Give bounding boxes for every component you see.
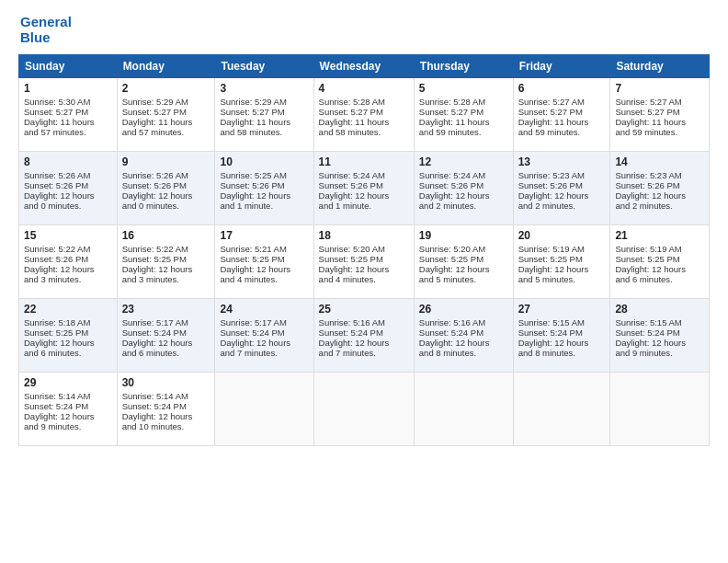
calendar-cell: 15Sunrise: 5:22 AMSunset: 5:26 PMDayligh… (19, 225, 118, 299)
day-info: Daylight: 12 hours (24, 264, 112, 274)
day-info: and 6 minutes. (615, 274, 704, 284)
day-info: Daylight: 12 hours (220, 190, 308, 201)
day-info: Sunset: 5:26 PM (24, 254, 112, 264)
day-info: Sunset: 5:27 PM (220, 107, 308, 117)
calendar-cell: 21Sunrise: 5:19 AMSunset: 5:25 PMDayligh… (610, 225, 710, 299)
day-info: Sunrise: 5:14 AM (122, 391, 210, 401)
day-number: 11 (319, 155, 409, 168)
day-info: Sunrise: 5:15 AM (615, 317, 704, 327)
col-header-wednesday: Wednesday (313, 55, 414, 78)
day-number: 21 (615, 229, 704, 242)
day-info: and 8 minutes. (419, 348, 508, 358)
col-header-friday: Friday (513, 55, 610, 78)
day-info: and 59 minutes. (419, 127, 508, 137)
day-info: Daylight: 12 hours (319, 264, 409, 274)
header: General Blue GeneralBlue (18, 15, 710, 45)
day-info: Sunset: 5:24 PM (319, 327, 409, 338)
calendar-header-row: SundayMondayTuesdayWednesdayThursdayFrid… (19, 55, 710, 78)
day-info: Sunrise: 5:16 AM (419, 317, 508, 327)
day-info: Daylight: 12 hours (220, 264, 308, 274)
day-number: 20 (518, 229, 606, 242)
calendar-cell: 3Sunrise: 5:29 AMSunset: 5:27 PMDaylight… (215, 78, 313, 152)
day-info: and 6 minutes. (24, 348, 112, 358)
calendar-cell: 14Sunrise: 5:23 AMSunset: 5:26 PMDayligh… (610, 152, 710, 225)
day-info: and 7 minutes. (319, 348, 409, 358)
day-info: Daylight: 12 hours (220, 338, 308, 348)
calendar-cell: 29Sunrise: 5:14 AMSunset: 5:24 PMDayligh… (19, 373, 118, 446)
calendar-cell: 10Sunrise: 5:25 AMSunset: 5:26 PMDayligh… (215, 152, 313, 225)
day-info: and 9 minutes. (615, 348, 704, 358)
day-info: Sunrise: 5:19 AM (518, 244, 606, 254)
day-info: Sunset: 5:24 PM (518, 327, 606, 338)
day-info: Sunrise: 5:24 AM (319, 170, 409, 180)
day-info: and 0 minutes. (122, 201, 210, 211)
day-info: Sunrise: 5:22 AM (122, 244, 210, 254)
day-info: and 3 minutes. (122, 274, 210, 284)
day-number: 24 (220, 303, 308, 316)
calendar-cell: 2Sunrise: 5:29 AMSunset: 5:27 PMDaylight… (117, 78, 215, 152)
day-info: Sunrise: 5:27 AM (615, 97, 704, 107)
day-info: and 58 minutes. (220, 127, 308, 137)
calendar-cell: 23Sunrise: 5:17 AMSunset: 5:24 PMDayligh… (117, 299, 215, 373)
calendar-cell: 8Sunrise: 5:26 AMSunset: 5:26 PMDaylight… (19, 152, 118, 225)
day-number: 13 (518, 155, 606, 168)
day-info: and 3 minutes. (24, 274, 112, 284)
day-info: and 2 minutes. (518, 201, 606, 211)
day-info: Sunrise: 5:23 AM (615, 170, 704, 180)
col-header-saturday: Saturday (610, 55, 710, 78)
day-number: 26 (419, 303, 508, 316)
day-info: Sunrise: 5:16 AM (319, 317, 409, 327)
day-info: Daylight: 12 hours (419, 338, 508, 348)
day-info: and 1 minute. (319, 201, 409, 211)
day-info: and 9 minutes. (24, 421, 112, 431)
day-number: 1 (24, 82, 112, 95)
col-header-thursday: Thursday (414, 55, 513, 78)
day-info: Daylight: 12 hours (24, 190, 112, 201)
day-info: Sunrise: 5:30 AM (24, 97, 112, 107)
day-info: Sunset: 5:25 PM (419, 254, 508, 264)
day-number: 22 (24, 303, 112, 316)
day-info: Daylight: 12 hours (319, 190, 409, 201)
calendar-week-row: 29Sunrise: 5:14 AMSunset: 5:24 PMDayligh… (19, 373, 710, 446)
day-info: and 5 minutes. (518, 274, 606, 284)
day-info: and 57 minutes. (122, 127, 210, 137)
day-info: Sunset: 5:27 PM (319, 107, 409, 117)
day-number: 29 (24, 376, 112, 389)
day-info: Daylight: 12 hours (615, 264, 704, 274)
day-info: Sunset: 5:26 PM (319, 180, 409, 190)
day-info: Sunrise: 5:18 AM (24, 317, 112, 327)
day-info: and 2 minutes. (615, 201, 704, 211)
day-info: Daylight: 12 hours (518, 338, 606, 348)
calendar-cell (610, 373, 710, 446)
day-info: Sunrise: 5:22 AM (24, 244, 112, 254)
day-info: Daylight: 12 hours (615, 338, 704, 348)
day-info: Daylight: 12 hours (24, 338, 112, 348)
day-info: Sunset: 5:25 PM (220, 254, 308, 264)
day-number: 3 (220, 82, 308, 95)
day-info: Sunrise: 5:15 AM (518, 317, 606, 327)
day-info: Daylight: 12 hours (518, 264, 606, 274)
calendar-week-row: 8Sunrise: 5:26 AMSunset: 5:26 PMDaylight… (19, 152, 710, 225)
day-info: Sunset: 5:24 PM (24, 401, 112, 411)
logo-text: GeneralBlue (20, 15, 72, 45)
col-header-tuesday: Tuesday (215, 55, 313, 78)
calendar-cell: 30Sunrise: 5:14 AMSunset: 5:24 PMDayligh… (117, 373, 215, 446)
day-info: and 10 minutes. (122, 421, 210, 431)
day-info: Sunrise: 5:24 AM (419, 170, 508, 180)
day-info: Daylight: 12 hours (419, 264, 508, 274)
day-info: Sunset: 5:26 PM (615, 180, 704, 190)
day-number: 27 (518, 303, 606, 316)
calendar-cell: 11Sunrise: 5:24 AMSunset: 5:26 PMDayligh… (313, 152, 414, 225)
day-number: 25 (319, 303, 409, 316)
day-info: Sunrise: 5:21 AM (220, 244, 308, 254)
calendar-table: SundayMondayTuesdayWednesdayThursdayFrid… (18, 54, 710, 446)
day-number: 12 (419, 155, 508, 168)
day-info: Daylight: 12 hours (24, 411, 112, 421)
day-info: Sunset: 5:26 PM (122, 180, 210, 190)
day-info: Sunset: 5:26 PM (419, 180, 508, 190)
day-info: Sunset: 5:25 PM (319, 254, 409, 264)
day-info: Sunset: 5:24 PM (220, 327, 308, 338)
day-info: and 7 minutes. (220, 348, 308, 358)
day-info: Sunrise: 5:23 AM (518, 170, 606, 180)
day-info: Sunrise: 5:20 AM (419, 244, 508, 254)
